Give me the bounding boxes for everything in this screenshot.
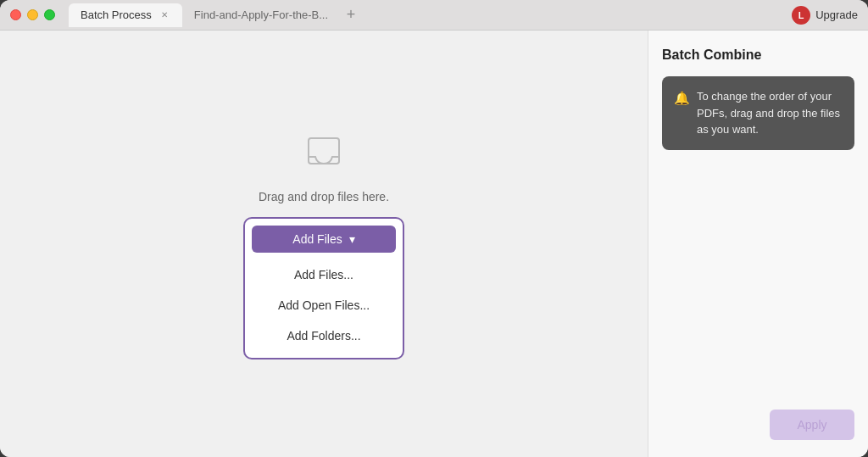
main-window: Batch Process ✕ Find-and-Apply-For-the-B… <box>0 0 868 457</box>
inbox-icon <box>300 129 348 176</box>
user-avatar: L <box>792 6 810 25</box>
tab-find-apply[interactable]: Find-and-Apply-For-the-B... <box>182 3 340 27</box>
drop-zone-text: Drag and drop files here. <box>259 190 389 203</box>
drop-zone: Drag and drop files here. Add Files ▾ Ad… <box>243 129 404 359</box>
tab-bar: Batch Process ✕ Find-and-Apply-For-the-B… <box>69 3 792 27</box>
chevron-down-icon: ▾ <box>349 232 355 246</box>
menu-item-add-files[interactable]: Add Files... <box>245 259 403 290</box>
title-bar: Batch Process ✕ Find-and-Apply-For-the-B… <box>0 0 868 31</box>
dropdown-container: Add Files ▾ Add Files... Add Open Files.… <box>243 217 404 359</box>
tab-batch-process[interactable]: Batch Process ✕ <box>69 3 182 27</box>
right-panel: Batch Combine 🔔 To change the order of y… <box>648 31 868 457</box>
bell-emoji-icon: 🔔 <box>674 89 690 138</box>
minimize-button[interactable] <box>27 9 38 20</box>
menu-item-add-open-files[interactable]: Add Open Files... <box>245 290 403 320</box>
tab-batch-process-label: Batch Process <box>81 8 152 21</box>
maximize-button[interactable] <box>44 9 55 20</box>
tab-find-apply-label: Find-and-Apply-For-the-B... <box>194 8 328 21</box>
traffic-lights <box>10 9 55 20</box>
upgrade-label: Upgrade <box>815 8 858 21</box>
add-files-button[interactable]: Add Files ▾ <box>252 226 396 253</box>
svg-rect-0 <box>309 138 339 164</box>
panel-spacer <box>662 164 854 397</box>
main-content: Drag and drop files here. Add Files ▾ Ad… <box>0 31 868 457</box>
apply-button[interactable]: Apply <box>770 410 854 440</box>
add-files-label: Add Files <box>292 232 342 246</box>
new-tab-button[interactable]: + <box>340 4 362 26</box>
upgrade-button[interactable]: L Upgrade <box>792 6 858 25</box>
panel-title: Batch Combine <box>662 47 854 63</box>
left-panel: Drag and drop files here. Add Files ▾ Ad… <box>0 31 648 457</box>
info-text: To change the order of your PDFs, drag a… <box>697 88 843 138</box>
info-box: 🔔 To change the order of your PDFs, drag… <box>662 76 854 150</box>
dropdown-menu: Add Files... Add Open Files... Add Folde… <box>245 256 403 354</box>
close-button[interactable] <box>10 9 21 20</box>
tab-close-icon[interactable]: ✕ <box>159 9 170 21</box>
menu-item-add-folders[interactable]: Add Folders... <box>245 320 403 351</box>
